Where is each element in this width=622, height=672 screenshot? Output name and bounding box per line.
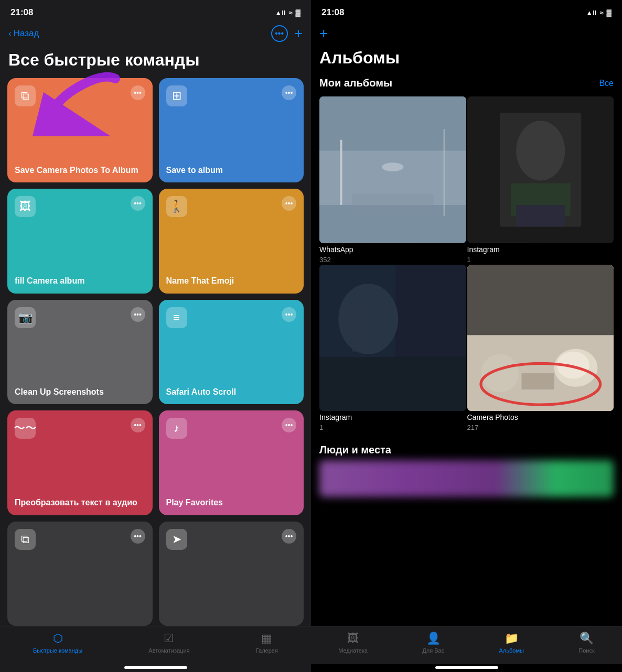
tab-bar-left: ⬡ Быстрые команды ☑ Автоматизация ▦ Гале… [0, 626, 311, 664]
card-menu-btn[interactable]: ••• [131, 196, 145, 211]
automation-tab-icon: ☑ [164, 632, 174, 645]
album-count-instagram-2: 1 [319, 424, 466, 431]
card-menu-btn[interactable]: ••• [282, 307, 296, 322]
right-panel: 21:08 ▲ll ≈ ▓ + Альбомы Мои альбомы Все [311, 0, 622, 672]
tab-shortcuts[interactable]: ⬡ Быстрые команды [33, 632, 82, 654]
for-you-tab-icon: 👤 [426, 632, 441, 645]
svg-rect-16 [352, 308, 363, 351]
battery-icon-right: ▓ [607, 9, 612, 17]
article-icon: ≡ [166, 307, 187, 328]
shortcut-save-camera[interactable]: ⧉ ••• Save Camera Photos To Album [7, 78, 153, 182]
album-name-camera: Camera Photos [467, 413, 614, 421]
back-button[interactable]: ‹ Назад [8, 28, 39, 39]
all-albums-button[interactable]: Все [599, 79, 614, 88]
card-menu-btn[interactable]: ••• [282, 85, 296, 100]
chevron-left-icon: ‹ [8, 28, 12, 39]
card-menu-btn[interactable]: ••• [131, 85, 145, 100]
album-instagram-1[interactable]: Instagram 1 [467, 96, 614, 264]
home-indicator-right [435, 666, 498, 669]
back-label[interactable]: Назад [14, 28, 39, 39]
gallery-tab-icon: ▦ [261, 632, 272, 645]
nav-bar-left: ‹ Назад ••• + [0, 21, 311, 46]
shortcut-fill-camera[interactable]: 🖼 ••• fill Camera album [7, 189, 153, 293]
search-tab-icon: 🔍 [580, 632, 594, 645]
shortcut-title: Save to album [166, 165, 297, 175]
add-album-button[interactable]: + [319, 25, 328, 41]
my-albums-title: Мои альбомы [319, 77, 392, 89]
album-name-instagram-2: Instagram [319, 413, 466, 421]
card-menu-btn[interactable]: ••• [131, 307, 145, 322]
card-menu-btn[interactable]: ••• [131, 418, 145, 432]
shortcut-title: fill Camera album [15, 276, 145, 286]
library-tab-icon: 🖼 [347, 632, 359, 645]
tab-library[interactable]: 🖼 Медиатека [338, 632, 368, 654]
tab-gallery[interactable]: ▦ Галерея [256, 632, 278, 654]
shortcut-safari-scroll[interactable]: ≡ ••• Safari Auto Scroll [159, 300, 304, 404]
tab-library-label: Медиатека [338, 647, 368, 654]
status-icons-left: ▲ll ≈ ▓ [275, 9, 301, 17]
left-panel: 21:08 ▲ll ≈ ▓ ‹ Назад ••• + Все быстрые … [0, 0, 311, 672]
shortcut-title: Преобразовать текст в аудио [15, 497, 145, 507]
photos-icon: ⊞ [166, 85, 187, 106]
page-title-left: Все быстрые команды [0, 46, 311, 78]
tab-for-you-label: Для Вас [422, 647, 444, 654]
svg-rect-15 [319, 356, 466, 411]
svg-rect-11 [516, 205, 565, 226]
card-top: ➤ ••• [166, 529, 297, 550]
layers-icon: ⧉ [15, 85, 36, 106]
shortcut-title: Clean Up Screenshots [15, 387, 145, 397]
card-menu-btn[interactable]: ••• [282, 529, 296, 544]
albums-grid: WhatsApp 352 Instagram 1 [311, 92, 622, 436]
shortcut-name-emoji[interactable]: 🚶 ••• Name That Emoji [159, 189, 304, 293]
tab-gallery-label: Галерея [256, 647, 278, 654]
shortcut-9[interactable]: ⧉ ••• [7, 522, 153, 626]
shortcut-10[interactable]: ➤ ••• [159, 522, 304, 626]
card-top: 🚶 ••• [166, 196, 297, 217]
svg-point-14 [338, 284, 398, 354]
shortcut-title: Play Favorites [166, 497, 297, 507]
instagram-photo-2 [319, 265, 466, 411]
card-menu-btn[interactable]: ••• [131, 529, 145, 544]
albums-title: Альбомы [311, 46, 622, 74]
card-top: ⧉ ••• [15, 529, 145, 550]
tab-albums[interactable]: 📁 Альбомы [499, 632, 524, 654]
card-menu-btn[interactable]: ••• [282, 196, 296, 211]
tab-for-you[interactable]: 👤 Для Вас [422, 632, 444, 654]
shortcut-title: Name That Emoji [166, 276, 297, 286]
music-icon: ♪ [166, 418, 187, 439]
battery-icon-left: ▓ [296, 9, 301, 17]
tab-search[interactable]: 🔍 Поиск [578, 632, 594, 654]
album-instagram-2[interactable]: Instagram 1 [319, 265, 466, 432]
album-camera[interactable]: Camera Photos 217 [467, 265, 614, 432]
people-title: Люди и места [319, 444, 614, 456]
status-bar-left: 21:08 ▲ll ≈ ▓ [0, 0, 311, 21]
wifi-icon-left: ≈ [288, 9, 292, 17]
album-whatsapp[interactable]: WhatsApp 352 [319, 96, 466, 264]
albums-tab-icon: 📁 [505, 632, 519, 645]
people-blur-overlay [319, 460, 614, 497]
image-icon: 🖼 [15, 196, 36, 217]
menu-button[interactable]: ••• [271, 25, 288, 42]
home-indicator-left [124, 666, 187, 669]
card-top: ♪ ••• [166, 418, 297, 439]
shortcut-text-audio[interactable]: 〜〜 ••• Преобразовать текст в аудио [7, 410, 153, 515]
add-shortcut-button[interactable]: + [294, 25, 303, 42]
red-circle-annotation [467, 265, 614, 411]
shortcut-save-album[interactable]: ⊞ ••• Save to album [159, 78, 304, 182]
svg-point-6 [382, 162, 403, 171]
album-thumb-instagram-2 [319, 265, 466, 411]
album-thumb-instagram-1 [467, 96, 614, 243]
whatsapp-photo [319, 96, 466, 243]
nav-actions: ••• + [271, 25, 303, 42]
album-count-camera: 217 [467, 424, 614, 431]
signal-icon-right: ▲ll [586, 9, 596, 17]
shortcut-play-favorites[interactable]: ♪ ••• Play Favorites [159, 410, 304, 515]
shortcut-clean-screenshots[interactable]: 📷 ••• Clean Up Screenshots [7, 300, 153, 404]
camera-photo [467, 265, 614, 411]
tab-albums-label: Альбомы [499, 647, 524, 654]
ellipsis-icon: ••• [275, 29, 284, 38]
tab-automation[interactable]: ☑ Автоматизация [148, 632, 189, 654]
album-count-instagram-1: 1 [467, 256, 614, 264]
svg-point-9 [516, 121, 565, 181]
card-menu-btn[interactable]: ••• [282, 418, 296, 432]
